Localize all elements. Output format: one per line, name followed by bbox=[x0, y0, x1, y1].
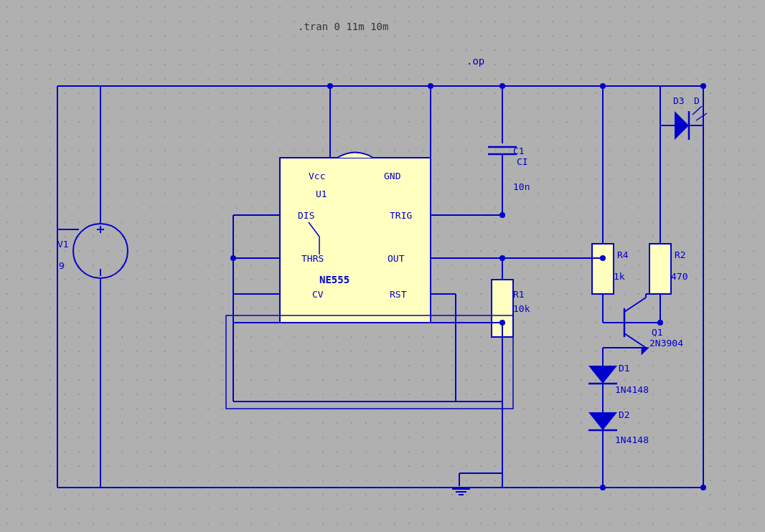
svg-point-31 bbox=[499, 212, 505, 218]
r4-body bbox=[592, 244, 614, 294]
svg-point-88 bbox=[600, 83, 606, 89]
d2-body bbox=[588, 412, 617, 430]
d1-label: D1 bbox=[619, 363, 630, 374]
d3-body bbox=[675, 111, 689, 140]
u1-rst-label: RST bbox=[390, 289, 407, 300]
u1-body bbox=[280, 158, 431, 323]
d2-value: 1N4148 bbox=[615, 434, 649, 445]
svg-line-56 bbox=[696, 113, 707, 120]
v1-label: V1 bbox=[57, 239, 69, 250]
spice-op: .op bbox=[466, 55, 484, 67]
u1-chip-label: NE555 bbox=[319, 274, 349, 285]
u1-dis-label: DIS bbox=[298, 210, 314, 221]
u1-out-label: OUT bbox=[388, 253, 405, 264]
svg-point-32 bbox=[499, 83, 505, 89]
svg-point-49 bbox=[600, 255, 606, 261]
svg-point-69 bbox=[657, 320, 663, 326]
r1-value: 10k bbox=[513, 303, 530, 314]
v1-value: 9 bbox=[59, 260, 65, 271]
u1-trig-label: TRIG bbox=[390, 210, 412, 221]
u1-name-label: U1 bbox=[316, 189, 327, 199]
svg-line-61 bbox=[624, 298, 646, 312]
d3-value: D bbox=[694, 95, 700, 106]
c1-label: C1 bbox=[513, 146, 525, 156]
r2-label: R2 bbox=[675, 250, 686, 260]
d3-label: D3 bbox=[673, 95, 685, 106]
u1-vcc-label: Vcc bbox=[309, 171, 325, 181]
svg-line-55 bbox=[693, 106, 702, 115]
schematic-canvas: V1 9 Vcc GND U1 DIS TRIG THRS OUT CV RST… bbox=[0, 0, 765, 532]
q1-value: 2N3904 bbox=[649, 338, 683, 348]
r1-label: R1 bbox=[513, 289, 525, 300]
r2-body bbox=[649, 244, 671, 294]
svg-point-87 bbox=[700, 83, 706, 89]
svg-rect-83 bbox=[226, 315, 513, 409]
c1-value: 10n bbox=[513, 181, 530, 192]
svg-point-85 bbox=[327, 83, 333, 89]
u1-cv-label: CV bbox=[312, 289, 324, 300]
r4-label: R4 bbox=[617, 250, 629, 260]
svg-point-89 bbox=[700, 485, 706, 490]
r2-value: 470 bbox=[671, 271, 687, 282]
q1-label: Q1 bbox=[652, 327, 663, 338]
d1-body bbox=[588, 366, 617, 384]
svg-point-90 bbox=[600, 485, 606, 490]
u1-thrs-label: THRS bbox=[301, 253, 324, 264]
svg-point-25 bbox=[230, 255, 236, 261]
d1-value: 1N4148 bbox=[615, 384, 649, 395]
spice-tran: .tran 0 11m 10m bbox=[298, 21, 388, 32]
svg-point-86 bbox=[428, 83, 433, 89]
r4-value: 1k bbox=[614, 271, 625, 282]
d2-label: D2 bbox=[619, 409, 630, 420]
ci-label: CI bbox=[517, 156, 528, 167]
u1-gnd-label: GND bbox=[384, 171, 401, 181]
svg-line-62 bbox=[624, 333, 646, 348]
svg-marker-63 bbox=[637, 343, 649, 356]
